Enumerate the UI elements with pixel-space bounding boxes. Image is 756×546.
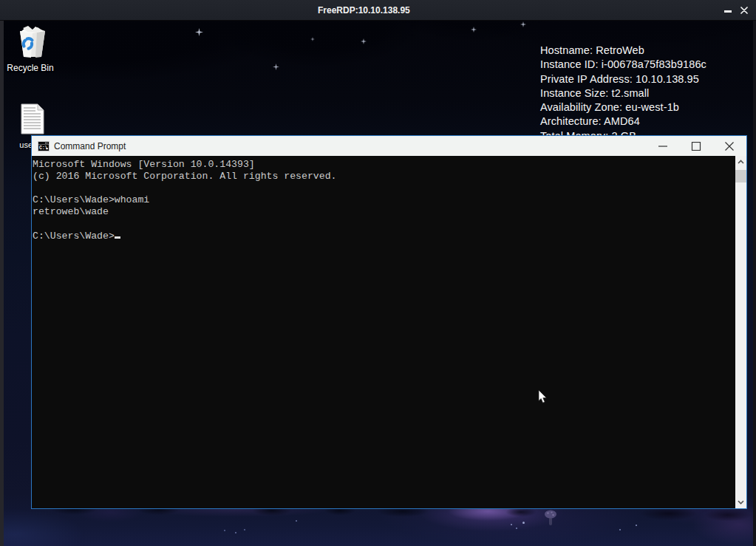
svg-text:C:\: C:\ — [39, 146, 48, 151]
